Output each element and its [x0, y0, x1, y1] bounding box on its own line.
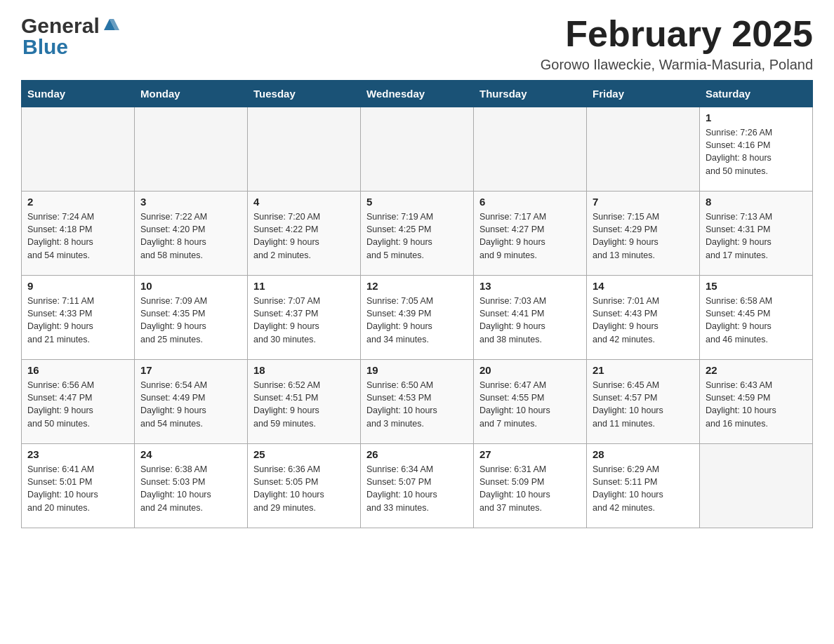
location-title: Gorowo Ilaweckie, Warmia-Masuria, Poland — [541, 57, 813, 73]
calendar-day-cell: 23Sunrise: 6:41 AM Sunset: 5:01 PM Dayli… — [22, 444, 135, 528]
month-title: February 2025 — [541, 14, 813, 54]
day-of-week-header: Wednesday — [361, 81, 474, 107]
day-number: 18 — [253, 364, 355, 376]
day-info: Sunrise: 6:41 AM Sunset: 5:01 PM Dayligh… — [27, 463, 128, 514]
day-number: 8 — [706, 196, 807, 208]
calendar-day-cell: 16Sunrise: 6:56 AM Sunset: 4:47 PM Dayli… — [22, 360, 135, 444]
day-number: 6 — [479, 196, 581, 208]
calendar-header-row: SundayMondayTuesdayWednesdayThursdayFrid… — [22, 81, 813, 107]
day-number: 16 — [27, 364, 128, 376]
calendar-day-cell: 4Sunrise: 7:20 AM Sunset: 4:22 PM Daylig… — [248, 192, 361, 276]
calendar-day-cell — [135, 107, 248, 192]
day-of-week-header: Sunday — [22, 81, 135, 107]
day-number: 3 — [140, 196, 241, 208]
day-info: Sunrise: 6:47 AM Sunset: 4:55 PM Dayligh… — [479, 379, 581, 430]
calendar-day-cell: 8Sunrise: 7:13 AM Sunset: 4:31 PM Daylig… — [700, 192, 813, 276]
day-number: 27 — [479, 448, 581, 460]
day-info: Sunrise: 6:54 AM Sunset: 4:49 PM Dayligh… — [140, 379, 241, 430]
title-section: February 2025 Gorowo Ilaweckie, Warmia-M… — [541, 14, 813, 73]
day-info: Sunrise: 6:36 AM Sunset: 5:05 PM Dayligh… — [253, 463, 355, 514]
calendar-day-cell: 13Sunrise: 7:03 AM Sunset: 4:41 PM Dayli… — [474, 276, 587, 360]
day-number: 23 — [27, 448, 128, 460]
logo-blue-text: Blue — [22, 35, 68, 58]
day-info: Sunrise: 7:05 AM Sunset: 4:39 PM Dayligh… — [366, 295, 468, 346]
day-number: 11 — [253, 280, 355, 292]
calendar-day-cell: 3Sunrise: 7:22 AM Sunset: 4:20 PM Daylig… — [135, 192, 248, 276]
day-number: 1 — [706, 112, 807, 123]
calendar-day-cell — [474, 107, 587, 192]
calendar-day-cell: 24Sunrise: 6:38 AM Sunset: 5:03 PM Dayli… — [135, 444, 248, 528]
calendar-day-cell: 26Sunrise: 6:34 AM Sunset: 5:07 PM Dayli… — [361, 444, 474, 528]
calendar-day-cell: 17Sunrise: 6:54 AM Sunset: 4:49 PM Dayli… — [135, 360, 248, 444]
calendar-day-cell: 5Sunrise: 7:19 AM Sunset: 4:25 PM Daylig… — [361, 192, 474, 276]
day-info: Sunrise: 7:26 AM Sunset: 4:16 PM Dayligh… — [706, 126, 807, 177]
calendar-day-cell: 11Sunrise: 7:07 AM Sunset: 4:37 PM Dayli… — [248, 276, 361, 360]
logo-general-text: General — [21, 14, 100, 38]
day-info: Sunrise: 6:52 AM Sunset: 4:51 PM Dayligh… — [253, 379, 355, 430]
day-number: 10 — [140, 280, 241, 292]
calendar-day-cell: 25Sunrise: 6:36 AM Sunset: 5:05 PM Dayli… — [248, 444, 361, 528]
calendar-day-cell — [361, 107, 474, 192]
day-number: 2 — [27, 196, 128, 208]
calendar-day-cell: 10Sunrise: 7:09 AM Sunset: 4:35 PM Dayli… — [135, 276, 248, 360]
day-number: 15 — [706, 280, 807, 292]
day-number: 5 — [366, 196, 468, 208]
calendar-day-cell: 27Sunrise: 6:31 AM Sunset: 5:09 PM Dayli… — [474, 444, 587, 528]
logo-triangle-icon — [100, 15, 119, 34]
day-number: 12 — [366, 280, 468, 292]
day-info: Sunrise: 7:15 AM Sunset: 4:29 PM Dayligh… — [593, 210, 694, 262]
day-number: 22 — [706, 364, 807, 376]
page-header: General Blue February 2025 Gorowo Ilawec… — [21, 14, 813, 73]
calendar-day-cell: 6Sunrise: 7:17 AM Sunset: 4:27 PM Daylig… — [474, 192, 587, 276]
calendar-day-cell: 1Sunrise: 7:26 AM Sunset: 4:16 PM Daylig… — [700, 107, 813, 192]
calendar-week-row: 16Sunrise: 6:56 AM Sunset: 4:47 PM Dayli… — [22, 360, 813, 444]
day-info: Sunrise: 7:01 AM Sunset: 4:43 PM Dayligh… — [593, 295, 694, 346]
calendar-day-cell — [22, 107, 135, 192]
day-info: Sunrise: 7:09 AM Sunset: 4:35 PM Dayligh… — [140, 295, 241, 346]
calendar-day-cell: 18Sunrise: 6:52 AM Sunset: 4:51 PM Dayli… — [248, 360, 361, 444]
day-of-week-header: Tuesday — [248, 81, 361, 107]
calendar-day-cell: 12Sunrise: 7:05 AM Sunset: 4:39 PM Dayli… — [361, 276, 474, 360]
day-number: 9 — [27, 280, 128, 292]
day-info: Sunrise: 6:43 AM Sunset: 4:59 PM Dayligh… — [706, 379, 807, 430]
calendar-day-cell — [248, 107, 361, 192]
calendar-day-cell: 21Sunrise: 6:45 AM Sunset: 4:57 PM Dayli… — [587, 360, 700, 444]
day-info: Sunrise: 7:22 AM Sunset: 4:20 PM Dayligh… — [140, 210, 241, 262]
calendar-day-cell: 19Sunrise: 6:50 AM Sunset: 4:53 PM Dayli… — [361, 360, 474, 444]
day-info: Sunrise: 6:45 AM Sunset: 4:57 PM Dayligh… — [593, 379, 694, 430]
day-info: Sunrise: 7:17 AM Sunset: 4:27 PM Dayligh… — [479, 210, 581, 262]
calendar-day-cell: 7Sunrise: 7:15 AM Sunset: 4:29 PM Daylig… — [587, 192, 700, 276]
day-info: Sunrise: 6:31 AM Sunset: 5:09 PM Dayligh… — [479, 463, 581, 514]
day-info: Sunrise: 6:29 AM Sunset: 5:11 PM Dayligh… — [593, 463, 694, 514]
calendar-day-cell: 9Sunrise: 7:11 AM Sunset: 4:33 PM Daylig… — [22, 276, 135, 360]
day-info: Sunrise: 6:50 AM Sunset: 4:53 PM Dayligh… — [366, 379, 468, 430]
day-number: 28 — [593, 448, 694, 460]
day-number: 25 — [253, 448, 355, 460]
day-number: 24 — [140, 448, 241, 460]
calendar-day-cell: 15Sunrise: 6:58 AM Sunset: 4:45 PM Dayli… — [700, 276, 813, 360]
day-of-week-header: Monday — [135, 81, 248, 107]
calendar-day-cell: 2Sunrise: 7:24 AM Sunset: 4:18 PM Daylig… — [22, 192, 135, 276]
logo: General Blue — [21, 14, 119, 59]
day-info: Sunrise: 7:24 AM Sunset: 4:18 PM Dayligh… — [27, 210, 128, 262]
calendar-week-row: 2Sunrise: 7:24 AM Sunset: 4:18 PM Daylig… — [22, 192, 813, 276]
calendar-day-cell: 14Sunrise: 7:01 AM Sunset: 4:43 PM Dayli… — [587, 276, 700, 360]
day-of-week-header: Saturday — [700, 81, 813, 107]
day-info: Sunrise: 7:11 AM Sunset: 4:33 PM Dayligh… — [27, 295, 128, 346]
day-info: Sunrise: 7:13 AM Sunset: 4:31 PM Dayligh… — [706, 210, 807, 262]
day-info: Sunrise: 6:58 AM Sunset: 4:45 PM Dayligh… — [706, 295, 807, 346]
day-info: Sunrise: 7:03 AM Sunset: 4:41 PM Dayligh… — [479, 295, 581, 346]
calendar-table: SundayMondayTuesdayWednesdayThursdayFrid… — [21, 80, 813, 528]
day-number: 7 — [593, 196, 694, 208]
calendar-day-cell: 28Sunrise: 6:29 AM Sunset: 5:11 PM Dayli… — [587, 444, 700, 528]
day-info: Sunrise: 7:19 AM Sunset: 4:25 PM Dayligh… — [366, 210, 468, 262]
calendar-week-row: 23Sunrise: 6:41 AM Sunset: 5:01 PM Dayli… — [22, 444, 813, 528]
day-number: 19 — [366, 364, 468, 376]
day-info: Sunrise: 6:56 AM Sunset: 4:47 PM Dayligh… — [27, 379, 128, 430]
day-number: 26 — [366, 448, 468, 460]
day-number: 13 — [479, 280, 581, 292]
day-info: Sunrise: 6:34 AM Sunset: 5:07 PM Dayligh… — [366, 463, 468, 514]
day-number: 21 — [593, 364, 694, 376]
day-number: 14 — [593, 280, 694, 292]
day-number: 17 — [140, 364, 241, 376]
